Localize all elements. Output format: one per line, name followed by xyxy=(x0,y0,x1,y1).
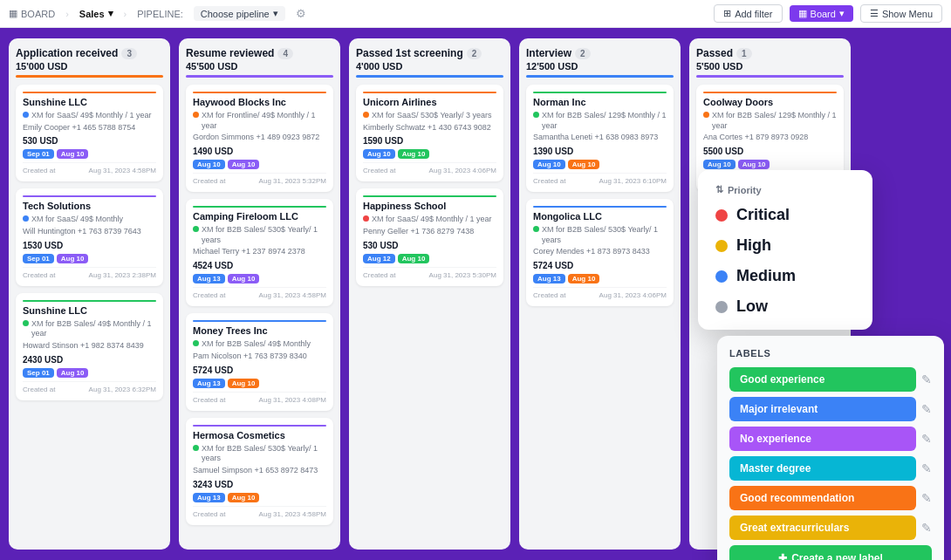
card-date: Created at Aug 31, 2023 4:06PM xyxy=(363,162,496,174)
column-bar xyxy=(356,75,503,78)
card-tag[interactable]: Aug 10 xyxy=(228,160,260,169)
card-xm: XM for SaaS/ 530$ Yearly/ 3 years xyxy=(363,111,496,121)
card-xm: XM for B2B Sales/ 530$ Yearly/ 1 years xyxy=(533,225,667,245)
label-badge[interactable]: Great extracurriculars xyxy=(729,516,916,540)
card-tag[interactable]: Sep 01 xyxy=(23,149,54,159)
card-tag[interactable]: Aug 10 xyxy=(533,160,565,169)
card-tag[interactable]: Aug 13 xyxy=(193,493,225,502)
label-edit-icon[interactable]: ✎ xyxy=(921,521,932,535)
nav-board[interactable]: ▦ BOARD xyxy=(9,8,55,19)
kanban-card[interactable]: Norman Inc XM for B2B Sales/ 129$ Monthl… xyxy=(526,85,674,192)
card-company: Hermosa Cosmetics xyxy=(193,430,326,440)
kanban-card[interactable]: Sunshine LLC XM for B2B Sales/ 49$ Month… xyxy=(16,293,163,400)
column-application-received: Application received 3 15'000 USD Sunshi… xyxy=(9,38,170,550)
card-xm: XM for B2B Sales/ 49$ Monthly xyxy=(193,339,326,350)
card-tag[interactable]: Aug 10 xyxy=(568,160,600,169)
card-amount: 5724 USD xyxy=(193,365,326,375)
card-tags: Aug 13Aug 10 xyxy=(533,274,667,283)
card-separator xyxy=(193,92,326,93)
card-date: Created at Aug 31, 2023 5:32PM xyxy=(193,173,326,185)
card-tag[interactable]: Aug 10 xyxy=(57,149,89,159)
kanban-card[interactable]: Happiness School XM for SaaS/ 49$ Monthl… xyxy=(356,188,503,285)
card-tag[interactable]: Aug 10 xyxy=(193,160,225,169)
label-edit-icon[interactable]: ✎ xyxy=(921,432,932,446)
card-company: Coolway Doors xyxy=(703,97,837,107)
board-button[interactable]: ▦ Board ▾ xyxy=(790,5,853,22)
board-view-icon: ▦ xyxy=(798,8,807,19)
kanban-card[interactable]: Camping Fireloom LLC XM for B2B Sales/ 5… xyxy=(186,199,333,306)
priority-item-low[interactable]: Low xyxy=(715,297,855,316)
card-amount: 4524 USD xyxy=(193,261,326,270)
priority-dot xyxy=(715,270,728,283)
card-tags: Aug 12Aug 10 xyxy=(363,254,496,263)
kanban-card[interactable]: Money Trees Inc XM for B2B Sales/ 49$ Mo… xyxy=(186,313,333,410)
priority-popup-header: ⇅ Priority xyxy=(715,184,855,195)
label-row: Great extracurriculars ✎ xyxy=(729,516,932,540)
label-row: Good recommendation ✎ xyxy=(729,486,932,510)
card-tags: Aug 10Aug 10 xyxy=(703,160,837,169)
card-tag[interactable]: Aug 10 xyxy=(228,274,260,283)
priority-item-medium[interactable]: Medium xyxy=(715,267,855,285)
card-tag[interactable]: Aug 10 xyxy=(228,493,260,502)
kanban-card[interactable]: Tech Solutions XM for SaaS/ 49$ Monthly … xyxy=(16,188,163,285)
label-edit-icon[interactable]: ✎ xyxy=(921,372,932,386)
sort-icon: ⇅ xyxy=(715,184,723,195)
card-person: Kimberly Schwatz +1 430 6743 9082 xyxy=(363,123,496,133)
show-menu-button[interactable]: ☰ Show Menu xyxy=(860,4,942,23)
create-label-button[interactable]: ✚ Create a new label xyxy=(729,545,932,560)
priority-dot xyxy=(715,240,728,252)
kanban-card[interactable]: Sunshine LLC XM for SaaS/ 49$ Monthly / … xyxy=(16,85,163,181)
card-person: Ana Cortes +1 879 8973 0928 xyxy=(703,133,837,143)
add-filter-button[interactable]: ⊞ Add filter xyxy=(714,4,782,23)
priority-item-critical[interactable]: Critical xyxy=(715,206,855,224)
column-count: 4 xyxy=(277,48,293,59)
card-tag[interactable]: Aug 10 xyxy=(398,254,430,263)
priority-label: Critical xyxy=(736,206,790,224)
card-company: Mongolica LLC xyxy=(533,211,667,222)
card-tag[interactable]: Aug 10 xyxy=(57,368,89,378)
kanban-card[interactable]: Unicorn Airlines XM for SaaS/ 530$ Yearl… xyxy=(356,85,503,181)
kanban-card[interactable]: Haywood Blocks Inc XM for Frontline/ 49$… xyxy=(186,85,333,192)
card-tag[interactable]: Aug 10 xyxy=(228,379,260,388)
nav-pipeline-select[interactable]: Choose pipeline ▾ xyxy=(194,6,285,21)
label-edit-icon[interactable]: ✎ xyxy=(921,491,932,505)
menu-icon: ☰ xyxy=(870,8,879,19)
card-date: Created at Aug 31, 2023 4:58PM xyxy=(23,162,156,174)
card-tag[interactable]: Sep 01 xyxy=(23,368,54,378)
settings-icon[interactable]: ⚙ xyxy=(296,7,306,20)
priority-popup: ⇅ Priority Critical High Medium Low xyxy=(698,170,872,330)
card-tag[interactable]: Aug 13 xyxy=(533,274,565,283)
label-edit-icon[interactable]: ✎ xyxy=(921,461,932,475)
column-title: Interview 2 xyxy=(526,47,674,59)
priority-item-high[interactable]: High xyxy=(715,236,855,255)
card-tag[interactable]: Aug 13 xyxy=(193,379,225,388)
card-tag[interactable]: Aug 12 xyxy=(363,254,395,263)
card-separator xyxy=(23,195,156,197)
label-badge[interactable]: Good experience xyxy=(729,367,916,392)
card-amount: 530 USD xyxy=(363,241,496,250)
card-tag[interactable]: Aug 13 xyxy=(193,274,225,283)
card-tag[interactable]: Aug 10 xyxy=(57,254,89,263)
card-tag[interactable]: Aug 10 xyxy=(703,160,735,169)
card-tag[interactable]: Sep 01 xyxy=(23,254,54,263)
kanban-card[interactable]: Mongolica LLC XM for B2B Sales/ 530$ Yea… xyxy=(526,199,674,306)
card-date: Created at Aug 31, 2023 6:10PM xyxy=(533,173,667,185)
label-edit-icon[interactable]: ✎ xyxy=(921,402,932,416)
label-row: Good experience ✎ xyxy=(729,367,932,392)
label-badge[interactable]: No experience xyxy=(729,427,916,451)
top-nav: ▦ BOARD › Sales ▾ › PIPELINE: Choose pip… xyxy=(0,0,951,28)
label-badge[interactable]: Good recommendation xyxy=(729,486,916,510)
card-tag[interactable]: Aug 10 xyxy=(568,274,600,283)
nav-sales[interactable]: Sales ▾ xyxy=(79,8,113,19)
card-tag[interactable]: Aug 10 xyxy=(398,149,430,159)
card-xm: XM for B2B Sales/ 530$ Yearly/ 1 years xyxy=(193,444,326,464)
card-company: Unicorn Airlines xyxy=(363,97,496,107)
kanban-card[interactable]: Hermosa Cosmetics XM for B2B Sales/ 530$… xyxy=(186,418,333,525)
card-tag[interactable]: Aug 10 xyxy=(363,149,395,159)
label-badge[interactable]: Major irrelevant xyxy=(729,397,916,421)
label-badge[interactable]: Master degree xyxy=(729,456,916,481)
column-header: Resume reviewed 4 45'500 USD xyxy=(186,47,333,78)
card-tag[interactable]: Aug 10 xyxy=(738,160,770,169)
column-title: Passed 1st screening 2 xyxy=(356,47,503,59)
card-date: Created at Aug 31, 2023 6:32PM xyxy=(23,381,156,393)
